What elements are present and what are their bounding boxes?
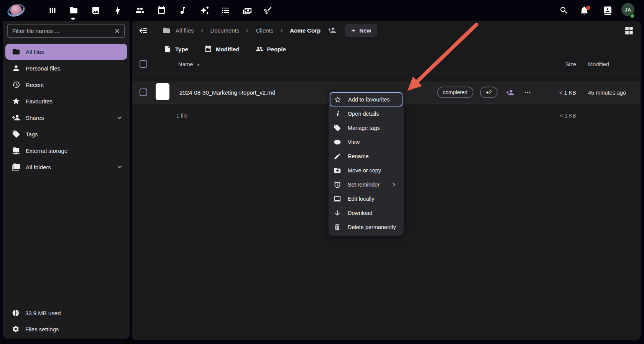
new-button[interactable]: + New <box>345 24 377 37</box>
breadcrumb-current-folder[interactable]: Acme Corp <box>290 27 320 34</box>
select-all-checkbox[interactable] <box>140 60 147 68</box>
sidebar-item-all-files[interactable]: All files <box>5 44 127 60</box>
sidebar-item-label: Favourites <box>26 98 53 105</box>
filter-people-chip[interactable]: People <box>255 44 287 54</box>
row-checkbox[interactable] <box>140 88 147 96</box>
folder-icon <box>163 26 171 34</box>
sidebar-item-external-storage[interactable]: External storage <box>5 143 127 159</box>
menu-item-move-or-copy[interactable]: Move or copy <box>329 163 404 177</box>
magic-sparkles-icon[interactable] <box>199 5 210 16</box>
menu-item-download[interactable]: Download <box>329 206 404 220</box>
menu-item-label: Add to favourites <box>348 97 390 103</box>
menu-item-view[interactable]: View <box>329 135 404 149</box>
column-header-modified[interactable]: Modified <box>588 55 609 74</box>
menu-item-label: Delete permanently <box>348 224 396 230</box>
menu-item-manage-tags[interactable]: Manage tags <box>329 121 404 135</box>
share-folder-icon[interactable] <box>327 25 337 35</box>
online-status-dot <box>630 13 635 18</box>
music-note-icon[interactable] <box>177 5 188 16</box>
folder-icon <box>12 48 20 56</box>
active-app-indicator <box>71 18 75 20</box>
nextcloud-files-app: JA All files Personal files Recent <box>0 0 644 344</box>
breadcrumb-all-files[interactable]: All files <box>176 27 194 34</box>
file-preview-thumbnail[interactable] <box>156 83 169 100</box>
bulleted-list-icon[interactable] <box>220 5 231 16</box>
tag-pill-completed[interactable]: completed <box>437 87 473 98</box>
menu-item-open-details[interactable]: i Open details <box>329 106 404 121</box>
info-icon: i <box>334 110 341 118</box>
menu-item-delete-permanently[interactable]: Delete permanently <box>329 220 404 234</box>
menu-item-edit-locally[interactable]: Edit locally <box>329 192 404 206</box>
file-modified: 45 minutes ago <box>588 82 626 103</box>
tag-icon <box>334 124 341 132</box>
row-actions-icon[interactable] <box>524 88 532 97</box>
topbar: JA <box>0 0 644 21</box>
photos-image-icon[interactable] <box>90 5 101 16</box>
contacts-book-icon[interactable] <box>602 5 613 16</box>
filter-chip-label: People <box>267 46 286 52</box>
sidebar-item-label: Tags <box>26 131 38 138</box>
chevron-down-icon[interactable] <box>116 163 123 171</box>
chevron-down-icon[interactable] <box>116 114 123 121</box>
storage-quota[interactable]: 33.9 MB used <box>5 306 127 320</box>
filter-type-chip[interactable]: Type <box>163 44 189 54</box>
file-name[interactable]: 2024-08-30_Marketing-Report_v2.md <box>179 82 275 103</box>
filter-modified-chip[interactable]: Modified <box>204 44 240 54</box>
breadcrumb-documents[interactable]: Documents <box>210 27 240 34</box>
breadcrumb: All files Documents Clients Acme Corp + … <box>163 21 377 40</box>
files-folder-icon[interactable] <box>68 5 79 16</box>
tag-pill-overflow[interactable]: +2 <box>480 87 498 98</box>
grid-view-icon[interactable] <box>624 25 634 36</box>
pie-chart-icon <box>12 309 20 317</box>
file-context-menu: Add to favourites i Open details Manage … <box>329 91 404 236</box>
eye-icon <box>334 138 341 146</box>
pencil-icon <box>334 152 341 160</box>
chevron-right-icon <box>278 27 285 34</box>
folder-move-icon <box>334 167 341 174</box>
menu-item-label: Set reminder <box>348 182 380 188</box>
collapse-sidebar-icon[interactable] <box>136 24 150 38</box>
sidebar-item-shares[interactable]: Shares <box>5 110 127 126</box>
total-size: < 1 KB <box>560 108 576 123</box>
files-sidebar: All files Personal files Recent Favourit… <box>3 21 130 339</box>
sidebar-item-favourites[interactable]: Favourites <box>5 93 127 109</box>
people-icon <box>256 45 263 53</box>
star-icon <box>12 97 20 105</box>
contacts-people-icon[interactable] <box>135 5 145 16</box>
notification-badge <box>586 6 590 10</box>
chevron-right-icon <box>244 27 251 34</box>
star-outline-icon <box>334 96 342 103</box>
signature-pen-icon[interactable] <box>263 5 273 16</box>
share-file-icon[interactable] <box>506 88 514 97</box>
logo-planet-icon[interactable] <box>7 1 25 20</box>
search-icon[interactable] <box>559 5 569 16</box>
column-header-size[interactable]: Size <box>565 55 576 74</box>
menu-item-set-reminder[interactable]: Set reminder <box>329 177 404 192</box>
sidebar-item-personal-files[interactable]: Personal files <box>5 60 127 76</box>
menu-item-label: Download <box>348 210 373 216</box>
sidebar-item-recent[interactable]: Recent <box>5 77 127 93</box>
sidebar-nav: All files Personal files Recent Favourit… <box>5 44 127 175</box>
calendar-icon <box>204 45 212 53</box>
menu-item-rename[interactable]: Rename <box>329 149 404 163</box>
filter-field <box>7 24 125 38</box>
menu-item-label: Manage tags <box>348 125 380 131</box>
activity-lightning-icon[interactable] <box>112 5 123 16</box>
column-header-name[interactable]: Name ▲ <box>176 55 202 74</box>
filter-input[interactable] <box>7 24 125 38</box>
sidebar-item-tags[interactable]: Tags <box>5 126 127 142</box>
breadcrumb-clients[interactable]: Clients <box>256 27 273 34</box>
file-count: 1 file <box>176 108 188 123</box>
folder-network-icon <box>12 146 20 155</box>
person-plus-icon <box>12 113 20 122</box>
sidebar-item-all-folders[interactable]: All folders <box>5 159 127 175</box>
files-settings-button[interactable]: Files settings <box>5 322 127 336</box>
clear-filter-icon[interactable] <box>113 26 122 36</box>
banknotes-icon[interactable] <box>242 5 253 16</box>
app-grid-bars-icon[interactable] <box>47 5 58 16</box>
tag-icon <box>12 130 20 138</box>
settings-label: Files settings <box>25 326 59 333</box>
calendar-icon[interactable] <box>156 5 167 16</box>
menu-item-add-to-favourites[interactable]: Add to favourites <box>330 92 402 106</box>
menu-item-label: Rename <box>348 153 369 159</box>
